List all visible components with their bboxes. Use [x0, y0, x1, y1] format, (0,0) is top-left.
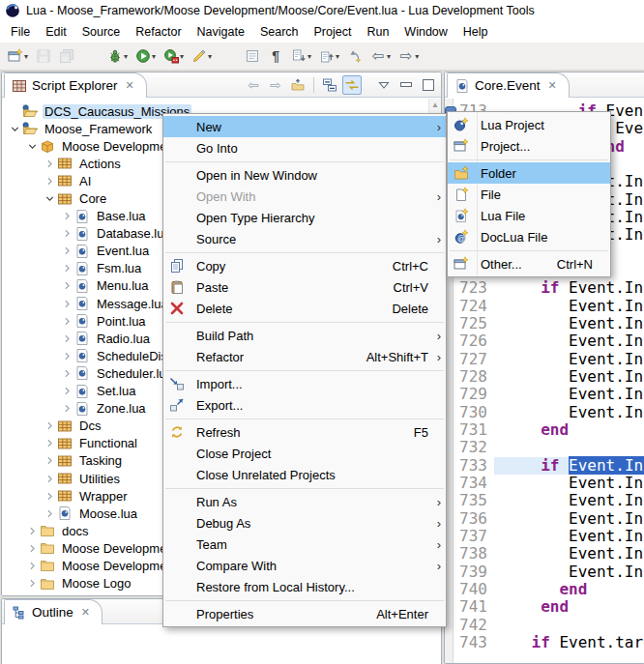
menu-item-run-as[interactable]: Run As›: [163, 491, 446, 512]
view-menu-button[interactable]: [374, 75, 394, 95]
toolbar-prev-annotation-button[interactable]: ▾: [317, 46, 341, 66]
menu-item-open-type-hierarchy[interactable]: Open Type Hierarchy: [163, 207, 446, 228]
chevron-collapsed-icon[interactable]: [25, 594, 39, 595]
dropdown-caret-icon[interactable]: ▾: [387, 52, 391, 61]
chevron-collapsed-icon[interactable]: [43, 506, 56, 520]
toolbar-save-button[interactable]: [34, 46, 53, 66]
menu-item-delete[interactable]: DeleteDelete: [163, 298, 446, 319]
menu-item-refresh[interactable]: RefreshF5: [163, 421, 446, 443]
toolbar-save-all-button[interactable]: [57, 46, 76, 66]
chevron-expanded-icon[interactable]: [8, 122, 21, 135]
dropdown-caret-icon[interactable]: ▾: [152, 52, 156, 61]
menu-item-build-path[interactable]: Build Path›: [163, 325, 446, 346]
menu-item-team[interactable]: Team›: [163, 534, 446, 555]
minimize-button[interactable]: [396, 75, 416, 95]
menu-item-export[interactable]: Export...: [163, 394, 446, 416]
menubar-item-edit[interactable]: Edit: [38, 22, 74, 42]
chevron-collapsed-icon[interactable]: [60, 332, 73, 345]
menu-item-restore-from-local-history[interactable]: Restore from Local History...: [163, 576, 446, 597]
chevron-collapsed-icon[interactable]: [25, 524, 39, 537]
chevron-collapsed-icon[interactable]: [60, 279, 73, 293]
tab-script-explorer[interactable]: Script Explorer ✕: [4, 72, 147, 98]
menu-item-compare-with[interactable]: Compare With›: [163, 555, 446, 576]
chevron-collapsed-icon[interactable]: [60, 349, 73, 362]
toolbar-run-last-button[interactable]: ▾: [161, 46, 186, 66]
menu-item-folder[interactable]: Folder: [448, 162, 610, 184]
menu-item-go-into[interactable]: Go Into: [163, 137, 446, 159]
toolbar-back-button[interactable]: ⇦▾: [368, 46, 393, 66]
menu-item-debug-as[interactable]: Debug As›: [163, 512, 446, 534]
chevron-collapsed-icon[interactable]: [43, 472, 56, 485]
chevron-collapsed-icon[interactable]: [43, 174, 56, 188]
toolbar-debug-button[interactable]: ▾: [105, 46, 130, 66]
collapse-all-button[interactable]: [320, 75, 339, 95]
chevron-collapsed-icon[interactable]: [60, 366, 73, 380]
chevron-collapsed-icon[interactable]: [60, 262, 73, 275]
menubar-item-help[interactable]: Help: [455, 22, 496, 42]
link-editor-button[interactable]: [342, 75, 362, 95]
dropdown-caret-icon[interactable]: ▾: [124, 52, 128, 61]
menu-item-file[interactable]: File: [448, 184, 610, 205]
menubar-item-refactor[interactable]: Refactor: [128, 22, 189, 42]
chevron-collapsed-icon[interactable]: [60, 245, 73, 258]
menu-item-open-with[interactable]: Open With›: [163, 186, 446, 207]
menu-item-lua-project[interactable]: Lua Project: [448, 114, 610, 135]
chevron-collapsed-icon[interactable]: [60, 314, 73, 328]
menu-item-doclua-file[interactable]: @DocLua File: [448, 226, 610, 247]
maximize-button[interactable]: [419, 75, 438, 95]
chevron-expanded-icon[interactable]: [43, 192, 56, 206]
dropdown-caret-icon[interactable]: ▾: [180, 52, 184, 61]
menubar-item-window[interactable]: Window: [396, 22, 454, 42]
dropdown-caret-icon[interactable]: ▾: [208, 52, 212, 61]
chevron-collapsed-icon[interactable]: [60, 385, 73, 398]
menubar-item-search[interactable]: Search: [252, 22, 307, 42]
scroll-up-icon[interactable]: ▲: [431, 101, 439, 109]
menu-item-new[interactable]: New›: [163, 116, 446, 137]
menu-item-lua-file[interactable]: Lua File: [448, 205, 610, 226]
toolbar-run-button[interactable]: ▾: [133, 46, 158, 66]
dropdown-caret-icon[interactable]: ▾: [307, 52, 311, 61]
chevron-collapsed-icon[interactable]: [25, 577, 39, 591]
toolbar-next-annotation-button[interactable]: ▾: [289, 46, 313, 66]
menu-item-properties[interactable]: PropertiesAlt+Enter: [163, 603, 446, 624]
toolbar-forward-button[interactable]: ⇨▾: [396, 46, 421, 66]
menu-item-other[interactable]: Other...Ctrl+N: [448, 253, 610, 274]
chevron-collapsed-icon[interactable]: [60, 227, 73, 241]
chevron-collapsed-icon[interactable]: [43, 489, 56, 503]
menu-item-close-unrelated-projects[interactable]: Close Unrelated Projects: [163, 464, 446, 485]
toolbar-last-edit-location-button[interactable]: [345, 46, 365, 66]
chevron-collapsed-icon[interactable]: [60, 297, 73, 310]
forward-sm-button[interactable]: ⇨: [266, 75, 285, 95]
chevron-collapsed-icon[interactable]: [25, 559, 39, 572]
menubar-item-run[interactable]: Run: [359, 22, 396, 42]
menubar-item-project[interactable]: Project: [307, 22, 360, 42]
toolbar-pilcrow-button[interactable]: ¶: [266, 46, 285, 66]
menu-item-open-in-new-window[interactable]: Open in New Window: [163, 164, 446, 186]
toolbar-mark-occurrences-button[interactable]: [243, 46, 262, 66]
toolbar-new-wizard-button[interactable]: ▾: [6, 46, 30, 66]
menu-item-copy[interactable]: CopyCtrl+C: [163, 255, 446, 276]
menu-item-source[interactable]: Source›: [163, 228, 446, 249]
menu-item-project[interactable]: Project...: [448, 135, 610, 157]
chevron-collapsed-icon[interactable]: [43, 437, 56, 450]
back-sm-button[interactable]: ⇦: [244, 75, 263, 95]
chevron-collapsed-icon[interactable]: [43, 454, 56, 468]
menubar-item-navigate[interactable]: Navigate: [190, 22, 252, 42]
close-icon[interactable]: ✕: [81, 606, 90, 619]
chevron-collapsed-icon[interactable]: [25, 541, 39, 555]
chevron-collapsed-icon[interactable]: [43, 157, 56, 170]
toolbar-external-tools-button[interactable]: ▾: [190, 46, 214, 66]
menu-item-paste[interactable]: PasteCtrl+V: [163, 276, 446, 298]
menubar-item-source[interactable]: Source: [74, 22, 129, 42]
menu-item-import[interactable]: Import...: [163, 373, 446, 394]
dropdown-caret-icon[interactable]: ▾: [336, 52, 339, 61]
dropdown-caret-icon[interactable]: ▾: [24, 52, 28, 61]
menubar-item-file[interactable]: File: [3, 22, 38, 42]
up-sm-button[interactable]: [288, 75, 307, 95]
chevron-collapsed-icon[interactable]: [43, 419, 56, 433]
menu-item-refactor[interactable]: RefactorAlt+Shift+T›: [163, 346, 446, 367]
dropdown-caret-icon[interactable]: ▾: [415, 52, 419, 61]
close-icon[interactable]: ✕: [548, 79, 557, 92]
tab-core-event[interactable]: Core.Event ✕: [447, 72, 570, 98]
chevron-collapsed-icon[interactable]: [60, 402, 73, 416]
